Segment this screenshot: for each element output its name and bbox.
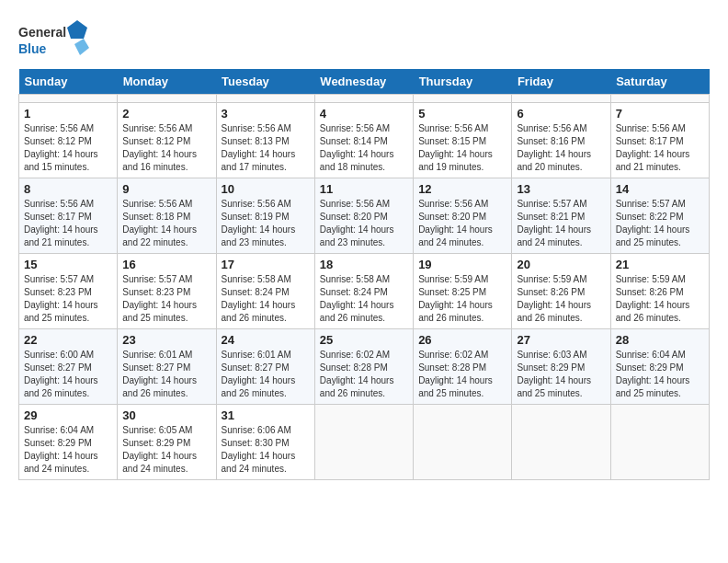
day-info: Sunrise: 5:57 AMSunset: 8:23 PMDaylight:… (122, 273, 210, 325)
day-number: 22 (24, 333, 112, 347)
calendar-cell: 21Sunrise: 5:59 AMSunset: 8:26 PMDayligh… (610, 254, 709, 329)
day-number: 8 (24, 182, 112, 196)
svg-text:Blue: Blue (18, 41, 47, 56)
page-header: General Blue (18, 18, 710, 60)
calendar-cell: 7Sunrise: 5:56 AMSunset: 8:17 PMDaylight… (610, 103, 709, 178)
calendar-table: SundayMondayTuesdayWednesdayThursdayFrid… (18, 69, 710, 480)
calendar-cell: 31Sunrise: 6:06 AMSunset: 8:30 PMDayligh… (216, 405, 314, 480)
day-number: 9 (122, 182, 210, 196)
calendar-cell: 29Sunrise: 6:04 AMSunset: 8:29 PMDayligh… (19, 405, 118, 480)
day-number: 17 (222, 258, 310, 271)
day-info: Sunrise: 5:57 AMSunset: 8:21 PMDaylight:… (517, 198, 605, 249)
day-number: 27 (517, 333, 605, 347)
calendar-cell (610, 95, 709, 103)
day-info: Sunrise: 6:02 AMSunset: 8:28 PMDaylight:… (418, 349, 506, 400)
calendar-cell: 18Sunrise: 5:58 AMSunset: 8:24 PMDayligh… (314, 254, 413, 329)
calendar-cell: 30Sunrise: 6:05 AMSunset: 8:29 PMDayligh… (118, 405, 216, 480)
weekday-header-saturday: Saturday (610, 69, 709, 95)
day-info: Sunrise: 5:56 AMSunset: 8:18 PMDaylight:… (122, 198, 210, 249)
day-number: 11 (320, 182, 408, 196)
day-number: 10 (222, 182, 310, 196)
day-info: Sunrise: 6:06 AMSunset: 8:30 PMDaylight:… (222, 424, 310, 476)
calendar-cell: 3Sunrise: 5:56 AMSunset: 8:13 PMDaylight… (216, 103, 314, 178)
day-number: 30 (122, 408, 210, 422)
calendar-week-3: 15Sunrise: 5:57 AMSunset: 8:23 PMDayligh… (19, 254, 710, 329)
day-info: Sunrise: 5:56 AMSunset: 8:17 PMDaylight:… (616, 122, 704, 174)
calendar-cell: 5Sunrise: 5:56 AMSunset: 8:15 PMDaylight… (414, 103, 512, 178)
day-number: 16 (122, 258, 210, 271)
day-info: Sunrise: 5:59 AMSunset: 8:26 PMDaylight:… (517, 273, 605, 325)
day-info: Sunrise: 5:56 AMSunset: 8:15 PMDaylight:… (418, 122, 506, 174)
day-info: Sunrise: 6:04 AMSunset: 8:29 PMDaylight:… (616, 349, 704, 400)
calendar-cell: 15Sunrise: 5:57 AMSunset: 8:23 PMDayligh… (19, 254, 118, 329)
day-number: 15 (24, 258, 112, 271)
calendar-cell (118, 95, 216, 103)
day-info: Sunrise: 5:56 AMSunset: 8:20 PMDaylight:… (418, 198, 506, 249)
calendar-cell: 22Sunrise: 6:00 AMSunset: 8:27 PMDayligh… (19, 329, 118, 405)
day-info: Sunrise: 6:04 AMSunset: 8:29 PMDaylight:… (24, 424, 112, 476)
calendar-cell: 24Sunrise: 6:01 AMSunset: 8:27 PMDayligh… (216, 329, 314, 405)
weekday-header-tuesday: Tuesday (216, 69, 314, 95)
calendar-cell: 17Sunrise: 5:58 AMSunset: 8:24 PMDayligh… (216, 254, 314, 329)
calendar-cell: 8Sunrise: 5:56 AMSunset: 8:17 PMDaylight… (19, 178, 118, 254)
weekday-header-row: SundayMondayTuesdayWednesdayThursdayFrid… (19, 69, 710, 95)
day-number: 31 (222, 408, 310, 422)
weekday-header-friday: Friday (512, 69, 610, 95)
day-number: 24 (222, 333, 310, 347)
day-number: 7 (616, 107, 704, 121)
calendar-cell (512, 95, 610, 103)
calendar-cell: 12Sunrise: 5:56 AMSunset: 8:20 PMDayligh… (414, 178, 512, 254)
day-number: 12 (418, 182, 506, 196)
day-info: Sunrise: 5:56 AMSunset: 8:12 PMDaylight:… (122, 122, 210, 174)
day-info: Sunrise: 5:56 AMSunset: 8:20 PMDaylight:… (320, 198, 408, 249)
day-number: 18 (320, 258, 408, 271)
calendar-cell (19, 95, 118, 103)
calendar-cell: 6Sunrise: 5:56 AMSunset: 8:16 PMDaylight… (512, 103, 610, 178)
day-number: 14 (616, 182, 704, 196)
calendar-cell: 27Sunrise: 6:03 AMSunset: 8:29 PMDayligh… (512, 329, 610, 405)
day-info: Sunrise: 6:05 AMSunset: 8:29 PMDaylight:… (122, 424, 210, 476)
calendar-cell: 10Sunrise: 5:56 AMSunset: 8:19 PMDayligh… (216, 178, 314, 254)
day-info: Sunrise: 5:59 AMSunset: 8:25 PMDaylight:… (418, 273, 506, 325)
calendar-cell: 2Sunrise: 5:56 AMSunset: 8:12 PMDaylight… (118, 103, 216, 178)
calendar-cell: 20Sunrise: 5:59 AMSunset: 8:26 PMDayligh… (512, 254, 610, 329)
day-info: Sunrise: 5:56 AMSunset: 8:14 PMDaylight:… (320, 122, 408, 174)
day-number: 26 (418, 333, 506, 347)
weekday-header-wednesday: Wednesday (314, 69, 413, 95)
calendar-cell: 14Sunrise: 5:57 AMSunset: 8:22 PMDayligh… (610, 178, 709, 254)
day-info: Sunrise: 5:57 AMSunset: 8:22 PMDaylight:… (616, 198, 704, 249)
calendar-week-4: 22Sunrise: 6:00 AMSunset: 8:27 PMDayligh… (19, 329, 710, 405)
logo-svg: General Blue (18, 18, 92, 60)
logo: General Blue (18, 18, 92, 60)
day-info: Sunrise: 6:01 AMSunset: 8:27 PMDaylight:… (222, 349, 310, 400)
day-number: 20 (517, 258, 605, 271)
day-info: Sunrise: 6:02 AMSunset: 8:28 PMDaylight:… (320, 349, 408, 400)
svg-marker-4 (74, 39, 89, 55)
calendar-week-2: 8Sunrise: 5:56 AMSunset: 8:17 PMDaylight… (19, 178, 710, 254)
day-number: 25 (320, 333, 408, 347)
calendar-cell: 11Sunrise: 5:56 AMSunset: 8:20 PMDayligh… (314, 178, 413, 254)
day-info: Sunrise: 5:58 AMSunset: 8:24 PMDaylight:… (320, 273, 408, 325)
day-number: 5 (418, 107, 506, 121)
calendar-cell (414, 95, 512, 103)
day-info: Sunrise: 5:58 AMSunset: 8:24 PMDaylight:… (222, 273, 310, 325)
weekday-header-thursday: Thursday (414, 69, 512, 95)
calendar-cell (610, 405, 709, 480)
day-number: 29 (24, 408, 112, 422)
day-info: Sunrise: 6:03 AMSunset: 8:29 PMDaylight:… (517, 349, 605, 400)
day-number: 21 (616, 258, 704, 271)
calendar-cell: 9Sunrise: 5:56 AMSunset: 8:18 PMDaylight… (118, 178, 216, 254)
calendar-cell: 1Sunrise: 5:56 AMSunset: 8:12 PMDaylight… (19, 103, 118, 178)
calendar-cell (314, 405, 413, 480)
day-number: 19 (418, 258, 506, 271)
day-info: Sunrise: 6:01 AMSunset: 8:27 PMDaylight:… (122, 349, 210, 400)
day-info: Sunrise: 6:00 AMSunset: 8:27 PMDaylight:… (24, 349, 112, 400)
calendar-cell: 13Sunrise: 5:57 AMSunset: 8:21 PMDayligh… (512, 178, 610, 254)
day-info: Sunrise: 5:56 AMSunset: 8:19 PMDaylight:… (222, 198, 310, 249)
weekday-header-monday: Monday (118, 69, 216, 95)
calendar-cell: 23Sunrise: 6:01 AMSunset: 8:27 PMDayligh… (118, 329, 216, 405)
day-number: 6 (517, 107, 605, 121)
calendar-week-1: 1Sunrise: 5:56 AMSunset: 8:12 PMDaylight… (19, 103, 710, 178)
calendar-cell (512, 405, 610, 480)
calendar-cell (216, 95, 314, 103)
